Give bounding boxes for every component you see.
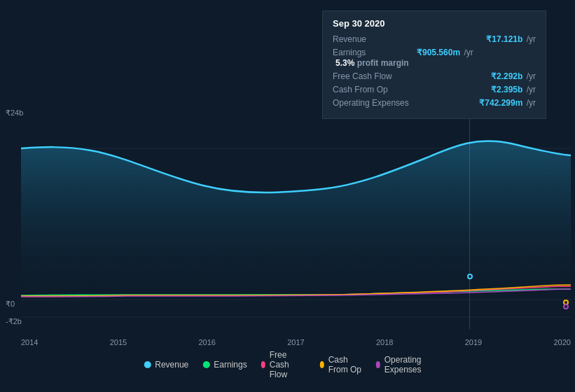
legend-label-revenue: Revenue xyxy=(155,360,188,370)
legend-label-cashfromop: Cash From Op xyxy=(328,355,362,374)
legend-label-earnings: Earnings xyxy=(214,360,247,370)
x-axis: 2014 2015 2016 2017 2018 2019 2020 xyxy=(21,338,571,346)
legend-dot-opex xyxy=(376,361,380,368)
y-axis-label-mid: ₹0 xyxy=(6,300,15,309)
revenue-area xyxy=(21,141,571,300)
chart-svg xyxy=(21,105,571,336)
hover-line xyxy=(469,105,470,329)
tooltip-value-fcf: ₹2.292b xyxy=(491,71,522,81)
chart-legend: Revenue Earnings Free Cash Flow Cash Fro… xyxy=(144,350,431,379)
x-label-2020: 2020 xyxy=(554,338,571,346)
tooltip-label-opex: Operating Expenses xyxy=(333,98,417,108)
tooltip-row-cashfromop: Cash From Op ₹2.395b /yr xyxy=(333,85,536,94)
tooltip-label-cashfromop: Cash From Op xyxy=(333,85,417,94)
tooltip-value-opex: ₹742.299m xyxy=(479,98,522,108)
x-label-2018: 2018 xyxy=(376,338,393,346)
marker-revenue xyxy=(467,274,473,279)
tooltip-row-fcf: Free Cash Flow ₹2.292b /yr xyxy=(333,71,536,81)
tooltip-row-revenue: Revenue ₹17.121b /yr xyxy=(333,34,536,44)
x-label-2016: 2016 xyxy=(199,338,216,346)
legend-dot-revenue xyxy=(144,361,151,368)
y-axis-label-low: -₹2b xyxy=(6,317,22,326)
data-tooltip: Sep 30 2020 Revenue ₹17.121b /yr Earning… xyxy=(322,10,546,119)
legend-item-earnings[interactable]: Earnings xyxy=(202,360,247,370)
marker-opex xyxy=(563,304,569,309)
legend-item-opex[interactable]: Operating Expenses xyxy=(376,355,431,374)
legend-item-fcf[interactable]: Free Cash Flow xyxy=(261,350,306,379)
tooltip-row-earnings: Earnings ₹905.560m /yr 5.3% profit margi… xyxy=(333,48,536,68)
tooltip-label-revenue: Revenue xyxy=(333,34,417,44)
legend-dot-earnings xyxy=(202,361,209,368)
legend-item-cashfromop[interactable]: Cash From Op xyxy=(320,355,362,374)
x-label-2019: 2019 xyxy=(465,338,482,346)
tooltip-value-earnings: ₹905.560m xyxy=(417,48,460,57)
tooltip-label-earnings: Earnings xyxy=(333,48,417,57)
tooltip-value-revenue: ₹17.121b xyxy=(486,34,522,44)
legend-label-fcf: Free Cash Flow xyxy=(270,350,306,379)
chart-container: Sep 30 2020 Revenue ₹17.121b /yr Earning… xyxy=(0,0,575,392)
tooltip-date: Sep 30 2020 xyxy=(333,18,536,29)
legend-item-revenue[interactable]: Revenue xyxy=(144,360,188,370)
legend-dot-cashfromop xyxy=(320,361,324,368)
legend-label-opex: Operating Expenses xyxy=(385,355,431,374)
x-label-2015: 2015 xyxy=(110,338,127,346)
tooltip-value-cashfromop: ₹2.395b xyxy=(491,85,522,94)
legend-dot-fcf xyxy=(261,361,265,368)
x-label-2014: 2014 xyxy=(21,338,38,346)
x-label-2017: 2017 xyxy=(287,338,304,346)
tooltip-label-fcf: Free Cash Flow xyxy=(333,71,417,81)
tooltip-row-opex: Operating Expenses ₹742.299m /yr xyxy=(333,98,536,108)
